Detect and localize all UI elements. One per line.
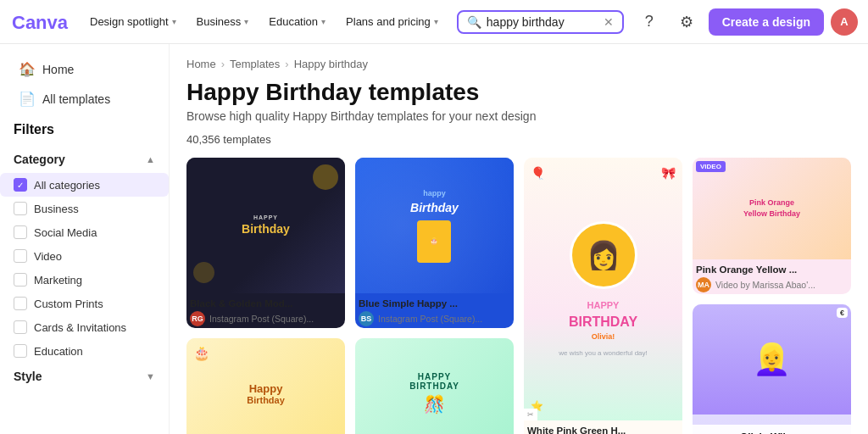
card-subtitle: Instagram Post (Square)... <box>209 314 314 324</box>
search-bar: 🔍 ✕ <box>457 10 624 34</box>
user-avatar[interactable]: A <box>831 8 858 36</box>
filter-business[interactable]: Business <box>0 197 169 220</box>
nav-right-actions: ? ⚙ Create a design A <box>634 7 858 37</box>
filter-education[interactable]: Education <box>0 339 169 363</box>
template-grid: HAPPY Birthday Black & Golden Mod... RG … <box>186 158 851 434</box>
nav-design-spotlight[interactable]: Design spotlight ▾ <box>81 10 185 33</box>
card-info: Pink Orange Yellow ... MA Video by Maris… <box>693 259 851 294</box>
card-author-row: RG Instagram Post (Square)... <box>190 311 342 326</box>
chevron-up-icon: ▲ <box>146 154 155 164</box>
filter-checkbox <box>14 297 27 310</box>
filters-header: Filters <box>0 119 169 146</box>
breadcrumb-current: Happy birthday <box>294 58 368 70</box>
filter-social-media[interactable]: Social Media <box>0 220 169 244</box>
filter-marketing[interactable]: Marketing <box>0 268 169 292</box>
template-card[interactable]: HAPPY BIRTHDAY 🎊 HAPPY BIRTHDAY HB Insta… <box>355 338 514 434</box>
card-info: Blue Simple Happy ... BS Instagram Post … <box>355 293 514 328</box>
chevron-down-icon: ▾ <box>244 17 248 26</box>
svg-text:Canva: Canva <box>12 12 69 33</box>
card-title: White Pink Green H... <box>527 426 679 434</box>
help-icon[interactable]: ? <box>634 7 665 37</box>
search-icon: 🔍 <box>467 15 481 29</box>
filter-checkbox <box>14 202 27 215</box>
template-card[interactable]: HAPPY Birthday Black & Golden Mod... RG … <box>186 158 345 328</box>
card-title: Black & Golden Mod... <box>190 298 342 309</box>
filter-checkbox <box>14 273 27 287</box>
top-navigation: Canva Design spotlight ▾ Business ▾ Educ… <box>0 0 868 44</box>
card-author-row: MA Video by Marissa Abao'... <box>696 277 848 292</box>
chevron-down-icon: ▾ <box>172 17 176 26</box>
main-layout: 🏠 Home 📄 All templates Filters Category … <box>0 44 868 434</box>
filter-all-categories[interactable]: ✓ All categories <box>0 173 169 197</box>
breadcrumb-home[interactable]: Home <box>186 58 216 70</box>
card-avatar: RG <box>190 311 205 326</box>
chevron-down-icon: ▼ <box>146 371 155 381</box>
filter-checkbox <box>14 344 27 358</box>
clear-search-icon[interactable]: ✕ <box>604 15 614 29</box>
card-subtitle: Video by Marissa Abao'... <box>715 280 815 290</box>
breadcrumb: Home › Templates › Happy birthday <box>186 58 851 70</box>
sidebar-item-all-templates[interactable]: 📄 All templates <box>5 84 164 114</box>
nav-education[interactable]: Education ▾ <box>260 10 334 33</box>
filter-checkbox <box>14 249 27 263</box>
template-card[interactable]: 👱‍♀️ Olivia Wilson @reallygreatsite € Ha… <box>693 304 851 434</box>
chevron-down-icon: ▾ <box>321 17 326 26</box>
content-area: Home › Templates › Happy birthday Happy … <box>170 44 868 434</box>
nav-business[interactable]: Business ▾ <box>188 10 258 33</box>
result-count: 40,356 templates <box>186 133 851 146</box>
card-info: Black & Golden Mod... RG Instagram Post … <box>186 293 345 328</box>
style-filter-header[interactable]: Style ▼ <box>0 363 169 390</box>
card-title: Blue Simple Happy ... <box>359 298 510 309</box>
filter-custom-prints[interactable]: Custom Prints <box>0 292 169 315</box>
chevron-down-icon: ▾ <box>434 17 438 26</box>
card-title: Pink Orange Yellow ... <box>696 264 848 275</box>
card-avatar: MA <box>696 277 711 292</box>
card-info: White Pink Green H... WP Your Story by T… <box>524 420 682 434</box>
filter-checkbox <box>14 320 27 334</box>
card-avatar: BS <box>359 311 374 326</box>
template-card[interactable]: VIDEO Pink Orange Yellow Birthday Pink O… <box>693 158 851 294</box>
filter-checkbox <box>14 225 27 239</box>
category-filter-header[interactable]: Category ▲ <box>0 146 169 173</box>
filter-cards-invitations[interactable]: Cards & Invitations <box>0 315 169 339</box>
sidebar-item-home[interactable]: 🏠 Home <box>5 54 164 84</box>
page-subtitle: Browse high quality Happy Birthday templ… <box>186 109 851 123</box>
settings-icon[interactable]: ⚙ <box>671 7 702 37</box>
card-subtitle: Instagram Post (Square)... <box>378 314 482 324</box>
templates-icon: 📄 <box>19 91 36 107</box>
home-icon: 🏠 <box>19 61 36 77</box>
breadcrumb-separator: › <box>221 58 225 70</box>
template-card[interactable]: 👩 HAPPY BIRTHDAY Olivia! we wish you a w… <box>524 158 682 434</box>
filter-video[interactable]: Video <box>0 244 169 268</box>
search-input[interactable] <box>487 15 600 29</box>
breadcrumb-separator: › <box>285 58 288 70</box>
left-sidebar: 🏠 Home 📄 All templates Filters Category … <box>0 44 170 434</box>
create-design-button[interactable]: Create a design <box>709 8 824 36</box>
template-card[interactable]: Happy Birthday 🎂 Happy Birthday Card HB … <box>186 338 345 434</box>
template-card[interactable]: happy Birthday 🎂 Blue Simple Happy ... B… <box>355 158 514 328</box>
canva-logo[interactable]: Canva <box>10 10 71 34</box>
card-author-row: BS Instagram Post (Square)... <box>359 311 510 326</box>
breadcrumb-templates[interactable]: Templates <box>230 58 280 70</box>
filter-checkbox: ✓ <box>14 178 27 192</box>
page-title: Happy Birthday templates <box>186 79 851 106</box>
nav-plans[interactable]: Plans and pricing ▾ <box>337 10 447 33</box>
